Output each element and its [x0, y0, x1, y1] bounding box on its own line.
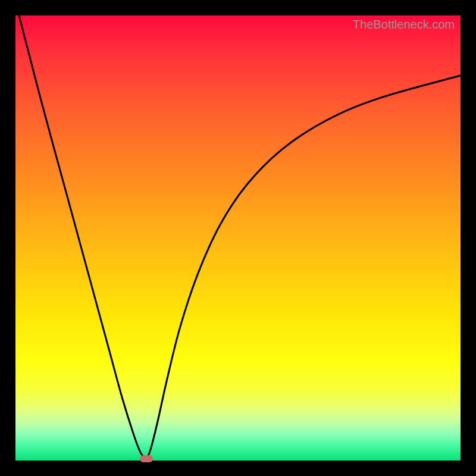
min-marker: [140, 455, 153, 462]
chart-frame: TheBottleneck.com: [0, 0, 476, 476]
bottleneck-curve: [15, 15, 461, 461]
plot-area: TheBottleneck.com: [15, 15, 461, 461]
curve-right-path: [146, 76, 461, 461]
curve-left-path: [19, 15, 146, 461]
